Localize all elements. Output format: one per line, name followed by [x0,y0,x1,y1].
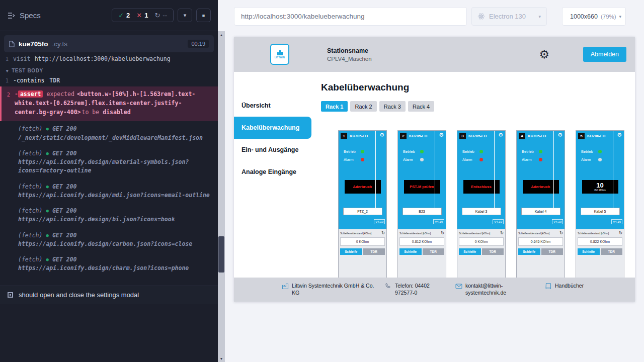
app-main: Kabelüberwachung Rack 1 Rack 2 Rack 3 Ra… [311,72,635,302]
footer-email[interactable]: kontakt@littwin-systemtechnik.de [455,282,545,302]
test-body-section[interactable]: ▾ TEST BODY [0,63,218,76]
command-log: 1 visit http://localhost:3000/kabelueber… [0,52,218,277]
reporter-controls: ✓2 ✕1 ↻-- ▾ ■ [112,9,211,22]
firmware-version: V4.19 [493,219,504,224]
schleife-button[interactable]: Schleife [578,248,600,255]
chevron-down-icon: ▾ [184,12,187,19]
scrollbar-thumb[interactable] [218,236,224,273]
device-model: KÜ706-FO [587,134,605,138]
chevron-down-icon: ▾ [619,14,622,19]
refresh-icon[interactable]: ↻ [441,231,444,235]
refresh-icon[interactable]: ↻ [619,231,622,235]
gear-icon[interactable]: ⚙ [498,132,503,138]
next-test-row[interactable]: should open and close the settings modal [0,286,218,304]
stat-passed: ✓2 [118,12,130,19]
tdr-button[interactable]: TDR [601,248,623,255]
gear-icon[interactable]: ⚙ [379,132,384,138]
fetch-log-entry[interactable]: (fetch)●GET 200 https://api.iconify.desi… [0,203,218,228]
alarm-led [479,158,483,161]
assert-expected-value: disabled [103,109,130,116]
scroll-down-arrow-icon[interactable]: ▼ [218,355,225,362]
spec-duration: 00:19 [188,40,209,48]
loop-resistance-value: 0 KOhm [459,237,504,246]
viewport-select[interactable]: 1000x660 (79%) ▾ [562,7,626,26]
app-body: Übersicht Kabelüberwachung Ein- und Ausg… [234,72,635,302]
device-card-2: ⚙ 2KÜ705-FO Betrieb Alarm PST-M prüfen B… [397,130,446,296]
cable-name-input[interactable]: Kabel 4 [521,208,560,215]
browser-select[interactable]: Electron 130 ▾ [471,7,547,26]
visit-url: http://localhost:3000/kabelueberwachung [35,55,171,62]
test-icon [8,292,13,298]
schleife-button[interactable]: Schleife [340,248,362,255]
x-icon: ✕ [136,12,142,19]
settings-gear-icon[interactable]: ⚙ [539,49,549,60]
cypress-reporter-panel: Specs ✓2 ✕1 ↻-- ▾ ■ kue705fo .cy.ts 00:1… [0,0,218,362]
footer-manuals[interactable]: Handbücher [545,282,584,302]
sidebar-item-ein-und-ausgaenge[interactable]: Ein- und Ausgänge [234,139,311,161]
spec-file-row[interactable]: kue705fo .cy.ts 00:19 [4,35,214,52]
gear-icon[interactable]: ⚙ [439,132,444,138]
betrieb-led [479,150,483,153]
schleife-button[interactable]: Schleife [518,248,540,255]
assert-message: -assertexpected<button.w-[50%].h-[1.563r… [15,90,211,117]
schleife-button[interactable]: Schleife [459,248,481,255]
command-contains[interactable]: 1 -contains TDR [0,76,218,85]
tab-rack-4[interactable]: Rack 4 [408,101,434,112]
sidebar-item-uebersicht[interactable]: Übersicht [234,95,311,117]
tdr-button[interactable]: TDR [482,248,504,255]
status-display: Aderbruch [345,180,381,194]
cable-name-input[interactable]: Kabel 3 [462,208,501,215]
status-dot-icon: ● [46,126,48,133]
collapse-button[interactable]: ▾ [178,9,192,22]
status-display: 10 ISO MOhm [582,180,618,194]
fetch-log-entry[interactable]: (fetch)●GET 200 https://api.iconify.desi… [0,252,218,277]
gear-icon[interactable]: ⚙ [617,132,622,138]
loop-resistance-value: 0.812 KOhm [399,237,444,246]
refresh-icon[interactable]: ↻ [559,231,563,235]
betrieb-led [361,150,364,153]
firmware-version: V4.19 [433,219,444,224]
spec-name: kue705fo [19,40,48,48]
stop-button[interactable]: ■ [196,9,211,22]
firmware-version: V4.19 [552,219,563,224]
fetch-log-entry[interactable]: (fetch)●GET 200 /_next/static/developmen… [0,121,218,146]
scroll-up-arrow-icon[interactable]: ▲ [218,31,225,38]
refresh-icon[interactable]: ↻ [500,231,504,235]
tab-rack-2[interactable]: Rack 2 [350,101,376,112]
sidebar-item-kabelueberwachung[interactable]: Kabelüberwachung [234,117,311,139]
cable-name-input[interactable]: Kabel 5 [581,208,620,215]
specs-list-icon [7,12,15,20]
gear-icon[interactable]: ⚙ [557,132,562,138]
loop-resistance-value: 0 KOhm [340,237,385,246]
specs-button[interactable]: Specs [7,11,41,20]
tdr-button[interactable]: TDR [423,248,445,255]
app-header: LITTWIN Stationsname CPLV4_Maschen ⚙ Abm… [234,37,635,72]
refresh-icon[interactable]: ↻ [381,231,385,235]
cable-name-input[interactable]: FTZ_2 [343,208,382,215]
device-card-5: ⚙ 5KÜ706-FO Betrieb Alarm 10 ISO MOhm Ka… [576,130,624,296]
command-visit[interactable]: 1 visit http://localhost:3000/kabelueber… [0,54,218,63]
reporter-scrollbar[interactable]: ▲ ▼ [218,31,225,362]
tab-rack-3[interactable]: Rack 3 [379,101,406,112]
tdr-button[interactable]: TDR [541,248,564,255]
logout-button[interactable]: Abmelden [583,47,626,62]
url-input[interactable]: http://localhost:3000/kabelueberwachung [234,7,467,26]
fetch-log-entry[interactable]: (fetch)●GET 200 https://api.iconify.desi… [0,228,218,252]
schleife-button[interactable]: Schleife [399,248,422,255]
tdr-button[interactable]: TDR [363,248,385,255]
tab-rack-1[interactable]: Rack 1 [321,101,348,112]
page-title: Kabelüberwachung [321,82,635,93]
device-model: KÜ705-FO [468,134,487,138]
status-display: Erdschluss [463,180,500,194]
failed-assert[interactable]: 2 -assertexpected<button.w-[50%].h-[1.56… [0,86,218,121]
cable-name-input[interactable]: B23 [403,208,442,215]
device-card-3: ⚙ 3KÜ705-FO Betrieb Alarm Erdschluss Kab… [457,130,506,296]
electron-icon [477,13,485,20]
status-display: Aderbruch [523,180,559,194]
fetch-log-entry[interactable]: (fetch)●GET 200 https://api.iconify.desi… [0,146,218,179]
chevron-down-icon: ▾ [538,14,541,19]
fetch-log-entry[interactable]: (fetch)●GET 200 https://api.iconify.desi… [0,179,218,204]
alarm-led [361,158,364,161]
stat-pending: ↻-- [154,12,167,19]
sidebar-item-analoge-eingaenge[interactable]: Analoge Eingänge [234,161,311,183]
